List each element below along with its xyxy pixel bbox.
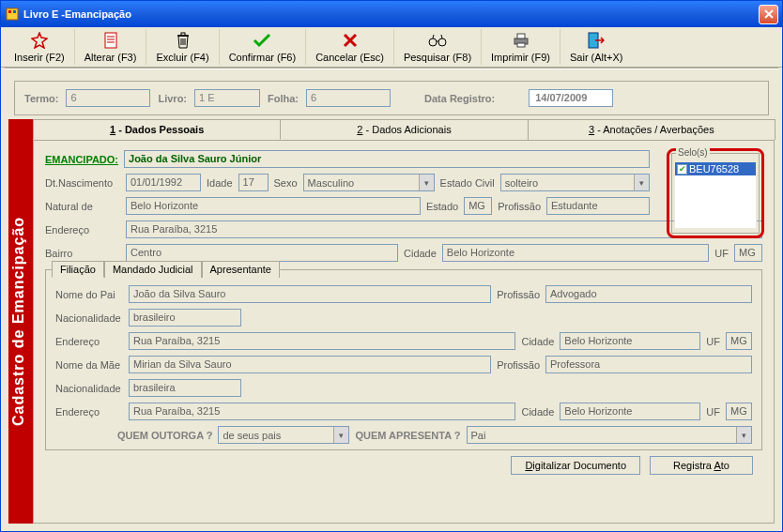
- pai-cid-label: Cidade: [521, 336, 554, 347]
- side-title: Cadastro de Emancipação: [8, 119, 33, 524]
- quem-outorga-combo[interactable]: de seus pais▾: [218, 426, 349, 444]
- exit-button[interactable]: Sair (Alt+X): [560, 29, 633, 65]
- mae-cid-label: Cidade: [521, 406, 554, 418]
- subtab-filiacao[interactable]: Filiação: [52, 261, 104, 278]
- pai-uf-field[interactable]: MG: [726, 332, 752, 350]
- mae-uf-field[interactable]: MG: [726, 403, 752, 420]
- svg-rect-2: [13, 10, 16, 13]
- folha-field: 6: [306, 89, 391, 107]
- selo-item[interactable]: ✔ BEU76528: [675, 162, 756, 175]
- emancipado-nome[interactable]: João da Silva Sauro Júnior: [124, 150, 650, 168]
- bairro-field[interactable]: Centro: [126, 244, 398, 262]
- registrar-ato-button[interactable]: Registra Ato: [650, 456, 753, 475]
- dtnasc-label: Dt.Nascimento: [45, 177, 120, 189]
- chevron-down-icon: ▾: [333, 427, 348, 443]
- pai-prof-label: Profissão: [497, 289, 540, 300]
- pai-nac-field[interactable]: brasileiro: [129, 309, 241, 327]
- mae-prof-field[interactable]: Professora: [545, 356, 752, 373]
- pai-cid-field[interactable]: Belo Horizonte: [560, 332, 700, 350]
- svg-point-12: [429, 38, 437, 46]
- selos-highlight: Selo(s) ✔ BEU76528: [667, 148, 764, 238]
- trash-icon: [174, 31, 192, 50]
- print-button[interactable]: Imprimir (F9): [482, 29, 560, 65]
- pai-end-field[interactable]: Rua Paraíba, 3215: [129, 332, 515, 350]
- uf-field[interactable]: MG: [734, 244, 762, 262]
- livro-field: 1 E: [194, 89, 260, 107]
- sexo-combo[interactable]: Masculino▾: [303, 174, 435, 191]
- confirm-button[interactable]: Confirmar (F6): [220, 29, 307, 65]
- toolbar-separator: [5, 68, 778, 69]
- natural-label: Natural de: [45, 201, 120, 212]
- svg-rect-0: [7, 8, 18, 20]
- search-button[interactable]: Pesquisar (F8): [394, 29, 482, 65]
- digitalizar-button[interactable]: Digitalizar Documento: [511, 456, 640, 475]
- estcivil-combo[interactable]: solteiro▾: [500, 174, 650, 191]
- svg-line-14: [433, 35, 434, 38]
- mae-end-label: Endereço: [55, 406, 123, 418]
- exit-icon: [587, 31, 606, 50]
- close-button[interactable]: [759, 5, 778, 24]
- cancel-button[interactable]: Cancelar (Esc): [306, 29, 394, 65]
- window-title: Livro E -Emancipação: [23, 8, 759, 20]
- emancipado-label: EMANCIPADO:: [45, 154, 118, 165]
- chevron-down-icon: ▾: [736, 427, 751, 443]
- mae-prof-label: Profissão: [497, 359, 540, 371]
- natural-field[interactable]: Belo Horizonte: [126, 197, 421, 215]
- tab-dados-pessoais[interactable]: 11 - Dados Pessoais - Dados Pessoais: [33, 119, 281, 140]
- pai-prof-field[interactable]: Advogado: [545, 285, 752, 303]
- estcivil-label: Estado Civil: [440, 177, 495, 189]
- termo-label: Termo:: [24, 93, 58, 104]
- pai-end-label: Endereço: [55, 336, 123, 347]
- quem-outorga-label: QUEM OUTORGA ?: [117, 430, 212, 441]
- idade-label: Idade: [207, 177, 233, 189]
- subtab-mandado[interactable]: Mandado Judicial: [104, 261, 202, 278]
- check-icon: [253, 31, 271, 50]
- cidade-field[interactable]: Belo Horizonte: [442, 244, 709, 262]
- svg-rect-11: [181, 33, 185, 36]
- chevron-down-icon: ▾: [419, 175, 434, 190]
- dtnasc-field[interactable]: 01/01/1992: [126, 174, 201, 191]
- app-icon: [5, 7, 20, 22]
- mae-nac-label: Nacionalidade: [55, 383, 123, 394]
- x-icon: [341, 31, 360, 50]
- delete-button[interactable]: Excluir (F4): [146, 29, 219, 65]
- edit-button[interactable]: Alterar (F3): [75, 29, 147, 65]
- tab-dados-adicionais[interactable]: 2 - Dados Adicionais: [280, 119, 528, 140]
- profissao-field[interactable]: Estudante: [546, 197, 650, 215]
- data-registro-field: 14/07/2009: [529, 89, 613, 107]
- estado-field[interactable]: MG: [464, 197, 492, 215]
- mae-cid-field[interactable]: Belo Horizonte: [560, 403, 700, 420]
- star-icon: [30, 31, 49, 50]
- selos-legend: Selo(s): [676, 147, 710, 158]
- svg-rect-18: [517, 34, 525, 38]
- document-icon: [101, 31, 120, 50]
- folha-label: Folha:: [268, 93, 299, 104]
- selo-checkbox[interactable]: ✔: [677, 164, 687, 175]
- quem-apresenta-label: QUEM APRESENTA ?: [355, 430, 460, 441]
- mae-nome-field[interactable]: Mirian da Silva Sauro: [129, 356, 491, 373]
- profissao-label: Profissão: [498, 201, 541, 212]
- app-window: Livro E -Emancipação Inserir (F2) Altera…: [0, 0, 783, 532]
- pai-nome-field[interactable]: João da Silva Sauro: [129, 285, 491, 303]
- cidade-label: Cidade: [404, 248, 437, 259]
- tab-anotacoes[interactable]: 3 - Anotações / Averbações: [528, 119, 775, 140]
- data-registro-label: Data Registro:: [424, 93, 495, 104]
- mae-nome-label: Nome da Mãe: [55, 359, 123, 371]
- svg-rect-3: [105, 33, 116, 48]
- mae-nac-field[interactable]: brasileira: [129, 379, 241, 397]
- quem-apresenta-combo[interactable]: Pai▾: [467, 426, 753, 444]
- endereco-label: Endereço: [45, 224, 120, 236]
- svg-rect-1: [8, 10, 11, 13]
- svg-point-13: [438, 38, 446, 46]
- svg-line-15: [441, 35, 442, 38]
- subtab-apresentante[interactable]: Apresentante: [202, 261, 280, 278]
- printer-icon: [512, 31, 530, 50]
- selo-code: BEU76528: [689, 163, 739, 175]
- binoculars-icon: [428, 31, 447, 50]
- mae-end-field[interactable]: Rua Paraíba, 3215: [129, 403, 515, 420]
- chevron-down-icon: ▾: [634, 175, 649, 190]
- selos-list[interactable]: ✔ BEU76528: [674, 161, 757, 229]
- insert-button[interactable]: Inserir (F2): [5, 29, 75, 65]
- tab-body: Selo(s) ✔ BEU76528 EMANCIPADO: João da S…: [33, 140, 775, 524]
- main-tabs: 11 - Dados Pessoais - Dados Pessoais 2 -…: [33, 119, 775, 140]
